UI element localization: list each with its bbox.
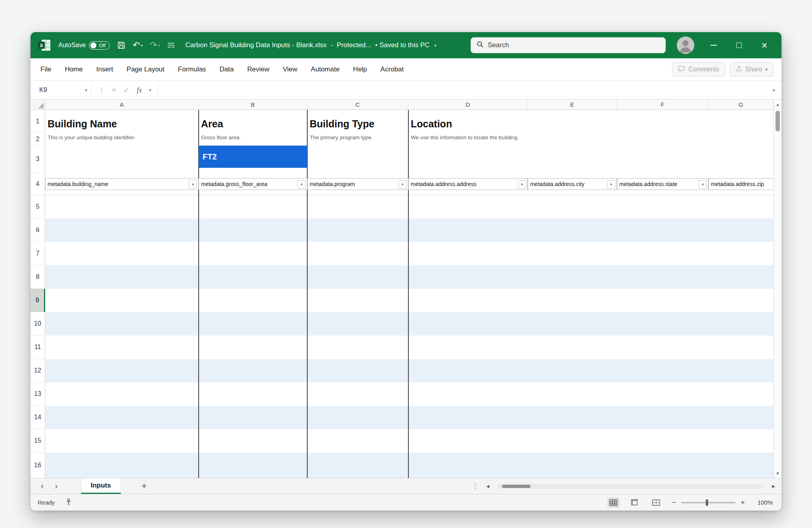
field-dropdown-button[interactable]: ▾ <box>297 180 306 188</box>
field-cell-gross-floor-area[interactable]: metadata.gross_floor_area ▾ <box>199 178 307 190</box>
field-cell-program[interactable]: metadata.program ▾ <box>307 178 408 190</box>
formula-bar-expand-icon[interactable]: ▾ <box>766 87 781 93</box>
more-options-icon[interactable]: ⋮ <box>472 482 479 490</box>
page-break-view-button[interactable] <box>650 497 662 508</box>
sheet-nav-left-icon[interactable]: ‹ <box>41 481 44 492</box>
field-cell-address[interactable]: metadata.address.address ▾ <box>408 178 528 190</box>
menu-formulas[interactable]: Formulas <box>171 58 213 81</box>
scroll-up-icon[interactable]: ▲ <box>774 100 781 109</box>
row-header-1[interactable]: 1 <box>31 110 45 133</box>
search-box[interactable] <box>471 37 666 53</box>
page-layout-view-button[interactable] <box>629 497 641 508</box>
comments-button[interactable]: Comments <box>672 62 725 77</box>
select-all-corner[interactable] <box>31 100 45 109</box>
column-header-d[interactable]: D <box>408 100 528 109</box>
row-header-4[interactable]: 4 <box>31 173 45 195</box>
close-button[interactable]: × <box>758 39 770 51</box>
horizontal-scroll-track[interactable] <box>497 484 764 489</box>
autosave-toggle[interactable]: AutoSave Off <box>58 41 110 50</box>
sheet-nav-right-icon[interactable]: › <box>55 481 57 492</box>
zoom-slider[interactable] <box>681 502 735 503</box>
field-cell-zip[interactable]: metadata.address.zip ▾ <box>709 178 774 190</box>
sheet-row[interactable] <box>45 312 774 336</box>
row-header-5[interactable]: 5 <box>31 195 45 219</box>
sheet-row[interactable] <box>45 336 774 359</box>
undo-button[interactable]: ↶ ▾ <box>133 41 143 50</box>
search-input[interactable] <box>488 41 660 49</box>
menu-review[interactable]: Review <box>241 58 276 81</box>
row-header-11[interactable]: 11 <box>31 336 45 359</box>
sheet-row[interactable] <box>45 429 774 453</box>
scroll-left-icon[interactable]: ◀ <box>486 484 490 488</box>
column-header-f[interactable]: F <box>617 100 709 109</box>
save-icon[interactable] <box>117 41 126 50</box>
scroll-down-icon[interactable]: ▼ <box>774 468 781 478</box>
row-header-15[interactable]: 15 <box>31 429 45 453</box>
field-dropdown-button[interactable]: ▾ <box>398 180 407 188</box>
maximize-button[interactable] <box>733 39 745 51</box>
row-header-16[interactable]: 16 <box>31 453 45 478</box>
column-header-e[interactable]: E <box>528 100 617 109</box>
sheet-row[interactable] <box>45 242 774 265</box>
insert-function-button[interactable]: fx <box>137 86 142 94</box>
row-header-14[interactable]: 14 <box>31 406 45 429</box>
menu-data[interactable]: Data <box>213 58 241 81</box>
confirm-entry-icon[interactable]: ✓ <box>123 86 130 95</box>
section-building-type[interactable]: Building Type The primary program type. <box>307 110 408 173</box>
menu-help[interactable]: Help <box>347 58 374 81</box>
share-button[interactable]: Share ▾ <box>730 62 774 77</box>
row-header-8[interactable]: 8 <box>31 265 45 289</box>
zoom-slider-thumb[interactable] <box>706 499 708 506</box>
add-sheet-button[interactable]: + <box>142 481 147 492</box>
zoom-out-button[interactable]: − <box>672 498 676 507</box>
name-box[interactable]: K9 ▾ <box>34 83 92 97</box>
formula-input-area[interactable] <box>158 83 766 97</box>
accessibility-icon[interactable] <box>65 498 72 507</box>
row-header-6[interactable]: 6 <box>31 219 45 242</box>
zoom-in-button[interactable]: + <box>741 498 745 507</box>
cancel-entry-icon[interactable]: × <box>112 86 116 94</box>
sheet-row[interactable] <box>45 453 774 478</box>
row-header-2[interactable]: 2 <box>31 133 45 146</box>
column-header-a[interactable]: A <box>45 100 199 109</box>
column-header-b[interactable]: B <box>199 100 307 109</box>
sheet-row[interactable] <box>45 195 774 219</box>
minimize-button[interactable] <box>708 39 720 51</box>
row-header-10[interactable]: 10 <box>31 312 45 336</box>
field-cell-state[interactable]: metadata.address.state ▾ <box>617 178 709 190</box>
menu-acrobat[interactable]: Acrobat <box>374 58 411 81</box>
sheet-row[interactable] <box>45 406 774 429</box>
section-building-name[interactable]: Building Name This is your unique buildi… <box>45 110 199 173</box>
redo-button[interactable]: ↷ ▾ <box>150 41 160 50</box>
row-header-13[interactable]: 13 <box>31 382 45 406</box>
section-location[interactable]: Location We use this information to loca… <box>408 110 774 173</box>
scroll-right-icon[interactable]: ▶ <box>772 484 775 488</box>
sheet-row[interactable] <box>45 265 774 289</box>
row-header-3[interactable]: 3 <box>31 146 45 173</box>
horizontal-scroll-thumb[interactable] <box>502 485 530 488</box>
quick-access-toolbar-button[interactable] <box>167 42 175 48</box>
column-header-g[interactable]: G <box>709 100 774 109</box>
selected-cell-b3[interactable]: FT2 <box>199 146 307 168</box>
saved-status[interactable]: • Saved to this PC <box>375 41 429 49</box>
normal-view-button[interactable] <box>607 497 619 508</box>
sheet-row[interactable] <box>45 219 774 242</box>
field-dropdown-button[interactable]: ▾ <box>607 180 615 188</box>
row-header-12[interactable]: 12 <box>31 359 45 382</box>
menu-home[interactable]: Home <box>58 58 89 81</box>
field-dropdown-button[interactable]: ▾ <box>189 180 197 188</box>
sheet-row[interactable] <box>45 289 774 312</box>
sheet-cells[interactable]: Building Name This is your unique buildi… <box>45 110 774 478</box>
zoom-level[interactable]: 100% <box>755 499 773 506</box>
menu-automate[interactable]: Automate <box>304 58 347 81</box>
vertical-scroll-track[interactable] <box>774 109 781 468</box>
field-cell-city[interactable]: metadata.address.city ▾ <box>528 178 617 190</box>
sheet-row[interactable] <box>45 359 774 382</box>
menu-view[interactable]: View <box>276 58 304 81</box>
formula-input[interactable] <box>163 86 762 94</box>
vertical-scroll-thumb[interactable] <box>776 111 780 131</box>
vertical-scrollbar[interactable]: ▲ ▼ <box>774 100 781 478</box>
column-header-c[interactable]: C <box>307 100 408 109</box>
sheet-tab-inputs[interactable]: Inputs <box>81 478 121 494</box>
sheet-row[interactable] <box>45 382 774 406</box>
